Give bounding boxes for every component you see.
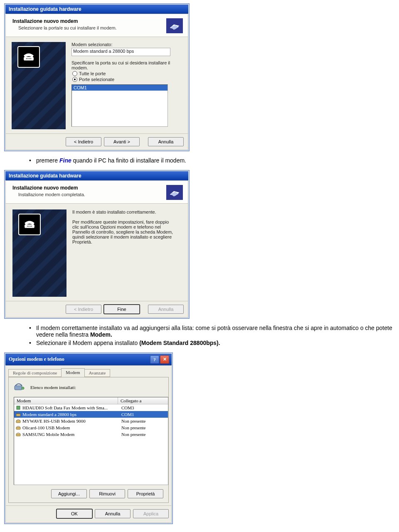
modem-row-icon <box>16 419 21 424</box>
finish-button[interactable]: Fine <box>104 305 140 314</box>
svg-point-6 <box>27 226 28 227</box>
col-connected[interactable]: Collegato a <box>118 397 168 404</box>
selected-modem-label: Modem selezionato: <box>71 42 182 47</box>
table-row[interactable]: Modem standard a 28800 bpsCOM1 <box>14 411 168 418</box>
tab-modem[interactable]: Modem <box>61 368 84 377</box>
modem-conn: Non presente <box>120 425 168 430</box>
modem-conn: COM3 <box>120 405 168 410</box>
doc-instructions-1: premere Fine quando il PC ha finito di i… <box>29 157 395 164</box>
doc-bullet-list-added: Il modem correttamente installato va ad … <box>29 325 395 338</box>
wizard-header: Installazione nuovo modem Installazione … <box>6 181 188 204</box>
cancel-button[interactable]: Annulla <box>148 137 184 146</box>
port-item-com1[interactable]: COM1 <box>72 85 167 91</box>
wizard-header: Installazione nuovo modem Selezionare la… <box>6 14 188 37</box>
port-prompt: Specificare la porta su cui si desidera … <box>71 60 182 70</box>
svg-rect-10 <box>15 386 22 390</box>
modem-name: HDAUDIO Soft Data Fax Modem with Sma... <box>22 405 108 410</box>
radio-icon <box>72 77 77 82</box>
svg-rect-14 <box>16 421 20 423</box>
wizard-head-subtitle: Selezionare la porta/e su cui installare… <box>18 25 166 30</box>
table-row[interactable]: MYWAVE HS-USB Modem 9000Non presente <box>14 418 168 424</box>
doc-instructions-2: Il modem correttamente installato va ad … <box>29 325 395 347</box>
col-modem[interactable]: Modem <box>14 397 118 404</box>
wizard-inner: Installazione nuovo modem Selezionare la… <box>5 14 188 150</box>
modem-name: Olicard-100 USB Modem <box>22 425 70 430</box>
svg-point-3 <box>29 58 30 59</box>
selected-modem-field: Modem standard a 28800 bps <box>71 48 170 56</box>
modem-row-icon <box>16 412 21 417</box>
radio-icon <box>72 71 77 76</box>
modem-name: Modem standard a 28800 bps <box>22 412 76 417</box>
tab-advanced[interactable]: Avanzate <box>84 369 111 377</box>
tab-dialing-rules[interactable]: Regole di composizione <box>8 369 62 377</box>
window-title: Installazione guidata hardware <box>9 6 81 12</box>
wizard-select-port: Installazione guidata hardware Installaz… <box>4 3 190 151</box>
svg-rect-12 <box>17 406 20 409</box>
titlebar[interactable]: Opzioni modem e telefono ? ✕ <box>5 354 172 365</box>
table-header: Modem Collegato a <box>14 397 168 404</box>
tab-strip: Regole di composizione Modem Avanzate <box>6 366 171 377</box>
tab-page-modem: Elenco modem installati: Modem Collegato… <box>8 377 169 503</box>
wizard-side-art <box>12 42 66 129</box>
back-button[interactable]: < Indietro <box>66 137 101 146</box>
doc-bullet-select-modem: Selezionare il Modem appena installato (… <box>29 340 395 347</box>
list-label: Elenco modem installati: <box>30 385 76 390</box>
radio-selected-ports[interactable]: Porte selezionate <box>72 77 182 82</box>
apply-button: Applica <box>133 509 169 518</box>
titlebar[interactable]: Installazione guidata hardware <box>5 5 188 14</box>
wizard-head-title: Installazione nuovo modem <box>12 18 166 24</box>
wizard-head-subtitle: Installazione modem completata. <box>18 192 166 197</box>
modem-conn: Non presente <box>120 419 168 424</box>
modem-name: SAMSUNG Mobile Modem <box>22 432 74 437</box>
add-button[interactable]: Aggiungi... <box>51 489 87 498</box>
svg-point-4 <box>30 58 31 59</box>
wizard-inner: Installazione nuovo modem Installazione … <box>5 180 188 318</box>
table-row[interactable]: HDAUDIO Soft Data Fax Modem with Sma...C… <box>14 404 168 411</box>
window-title: Opzioni modem e telefono <box>9 356 64 362</box>
svg-point-8 <box>30 226 31 227</box>
fine-keyword: Fine <box>59 157 71 164</box>
next-button[interactable]: Avanti > <box>104 137 140 146</box>
remove-button[interactable]: Rimuovi <box>89 489 125 498</box>
cancel-button: Annulla <box>148 305 184 314</box>
svg-rect-13 <box>16 414 20 416</box>
modem-conn: COM1 <box>120 412 168 417</box>
svg-point-2 <box>27 58 28 59</box>
help-button[interactable]: ? <box>150 355 159 364</box>
svg-rect-16 <box>16 434 20 436</box>
wizard-head-title: Installazione nuovo modem <box>12 185 166 191</box>
back-button: < Indietro <box>66 305 101 314</box>
titlebar[interactable]: Installazione guidata hardware <box>5 171 188 180</box>
phone-icon <box>18 214 41 235</box>
svg-point-9 <box>31 226 32 227</box>
svg-point-11 <box>22 387 24 389</box>
wizard-side-art <box>12 209 66 297</box>
properties-button[interactable]: Proprietà <box>128 489 163 498</box>
cancel-button[interactable]: Annulla <box>95 509 131 518</box>
radio-all-ports[interactable]: Tutte le porte <box>72 71 182 76</box>
modem-list-icon <box>14 382 25 393</box>
svg-rect-15 <box>16 427 20 429</box>
close-button[interactable]: ✕ <box>160 355 169 364</box>
modem-row-icon <box>16 425 21 430</box>
window-title: Installazione guidata hardware <box>9 173 81 179</box>
modem-row-icon <box>16 432 21 437</box>
table-row[interactable]: Olicard-100 USB ModemNon presente <box>14 424 168 431</box>
phone-modem-options-dialog: Opzioni modem e telefono ? ✕ Regole di c… <box>4 352 173 524</box>
phone-icon <box>17 46 40 68</box>
install-info-msg: Per modificare queste impostazioni, fare… <box>72 219 176 244</box>
modem-banner-icon <box>166 185 183 200</box>
ok-button[interactable]: OK <box>57 509 92 518</box>
wizard-complete: Installazione guidata hardware Installaz… <box>4 170 190 319</box>
modem-table[interactable]: Modem Collegato a HDAUDIO Soft Data Fax … <box>14 397 168 485</box>
doc-bullet-fine: premere Fine quando il PC ha finito di i… <box>29 157 395 164</box>
svg-point-1 <box>26 58 27 59</box>
modem-banner-icon <box>166 18 183 33</box>
svg-point-7 <box>28 226 29 227</box>
modem-conn: Non presente <box>120 432 168 437</box>
modem-name: MYWAVE HS-USB Modem 9000 <box>22 419 86 424</box>
modem-row-icon <box>16 405 21 410</box>
port-listbox[interactable]: COM1 <box>71 84 168 127</box>
table-row[interactable]: SAMSUNG Mobile ModemNon presente <box>14 431 168 438</box>
install-success-msg: Il modem è stato installato correttament… <box>72 209 181 214</box>
